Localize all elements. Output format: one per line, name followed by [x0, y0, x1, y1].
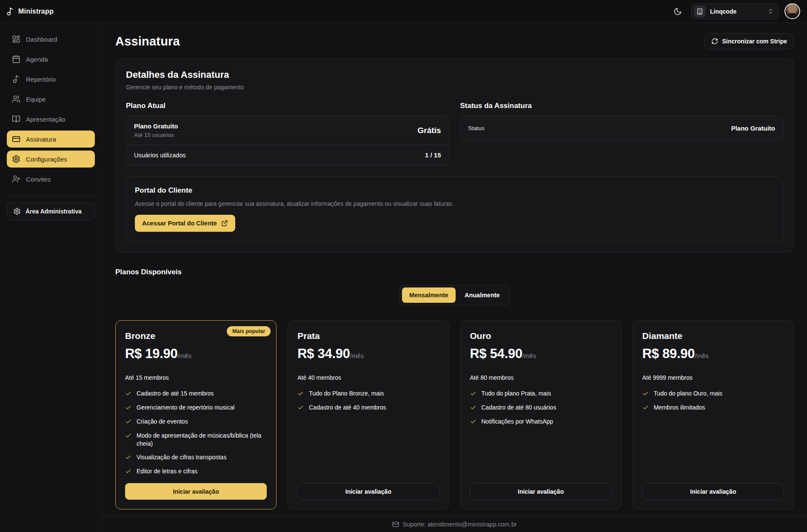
start-trial-button-ouro[interactable]: Iniciar avaliação: [470, 483, 612, 500]
status-label: Status: [468, 125, 485, 131]
available-plans-title: Planos Disponíveis: [115, 268, 794, 276]
feature-item: Tudo do plano Ouro, mais: [642, 390, 784, 398]
check-icon: [125, 454, 131, 461]
plan-price: R$ 34.90: [297, 346, 350, 361]
sidebar: Dashboard Agenda Repertório Equipe Apres…: [0, 23, 102, 532]
sync-stripe-label: Sincronizar com Stripe: [722, 38, 787, 45]
status-box: Status Plano Gratuito: [460, 116, 784, 141]
sidebar-item-convites[interactable]: Convites: [7, 171, 95, 188]
users-icon: [12, 95, 20, 103]
check-icon: [470, 418, 476, 425]
user-plus-icon: [12, 175, 20, 183]
portal-title: Portal do Cliente: [135, 186, 774, 195]
sidebar-item-label: Apresentação: [26, 116, 66, 123]
feature-item: Tudo do Plano Bronze, mais: [297, 390, 439, 398]
sidebar-divider: [5, 195, 97, 196]
check-icon: [125, 390, 131, 397]
check-icon: [125, 468, 131, 475]
sidebar-item-dashboard[interactable]: Dashboard: [7, 31, 95, 48]
plan-name: Prata: [297, 331, 439, 341]
plan-card-bronze: Mais popular Bronze R$ 19.90 /mês Até 15…: [115, 320, 277, 509]
admin-area-label: Área Administrativa: [26, 208, 82, 215]
check-icon: [470, 404, 476, 411]
portal-description: Acesse o portal do cliente para gerencia…: [135, 200, 774, 207]
sidebar-item-label: Convites: [26, 176, 51, 183]
plan-members: Até 9999 membros: [642, 374, 784, 381]
feature-item: Modo de apresentação de músicas/bíblica …: [125, 432, 267, 448]
start-trial-button-diamante[interactable]: Iniciar avaliação: [642, 483, 784, 500]
user-avatar[interactable]: [784, 3, 800, 19]
details-card-title: Detalhes da Assinatura: [126, 69, 783, 80]
feature-item: Cadastro de até 80 usuários: [470, 404, 612, 412]
support-text: Suporte: atendimento@ministrapp.com.br: [402, 521, 517, 528]
plan-price: R$ 89.90: [642, 346, 695, 361]
dashboard-icon: [12, 35, 20, 43]
calendar-icon: [12, 55, 20, 63]
feature-list: Tudo do plano Ouro, mais Membros ilimita…: [642, 390, 784, 475]
start-trial-button-bronze[interactable]: Iniciar avaliação: [125, 483, 267, 500]
chevrons-up-down-icon: [767, 8, 774, 14]
theme-toggle-button[interactable]: [670, 4, 685, 19]
footer: Suporte: atendimento@ministrapp.com.br: [102, 516, 807, 532]
plan-name: Ouro: [470, 331, 612, 341]
subscription-details-card: Detalhes da Assinatura Gerencie seu plan…: [115, 59, 794, 252]
sidebar-item-apresentacao[interactable]: Apresentação: [7, 111, 95, 128]
organization-name: Linqcode: [710, 8, 763, 15]
mail-icon: [392, 521, 399, 528]
sidebar-item-label: Dashboard: [26, 36, 57, 43]
current-plan-price: Grátis: [418, 126, 441, 135]
plan-period: /mês: [350, 352, 364, 359]
topbar: Ministrapp Linqcode: [0, 0, 807, 23]
plan-period: /mês: [522, 352, 536, 359]
access-portal-button[interactable]: Acessar Portal do Cliente: [135, 215, 235, 232]
plan-name: Diamante: [642, 331, 784, 341]
plan-price: R$ 54.90: [470, 346, 522, 361]
gear-icon: [13, 208, 21, 215]
sidebar-item-repertorio[interactable]: Repertório: [7, 71, 95, 88]
popular-badge: Mais popular: [227, 326, 271, 336]
check-icon: [125, 404, 131, 411]
sidebar-item-assinatura[interactable]: Assinatura: [7, 131, 95, 148]
moon-icon: [673, 7, 682, 16]
plan-card-diamante: Diamante R$ 89.90 /mês Até 9999 membros …: [633, 320, 794, 509]
feature-item: Visualização de cifras transpostas: [125, 453, 267, 461]
check-icon: [642, 404, 649, 411]
check-icon: [297, 404, 304, 411]
sidebar-item-agenda[interactable]: Agenda: [7, 51, 95, 68]
toggle-yearly-button[interactable]: Anualmente: [457, 287, 507, 303]
feature-item: Cadastro de até 15 membros: [125, 390, 267, 398]
sidebar-item-label: Configurações: [26, 156, 67, 163]
plan-members: Até 40 membros: [297, 374, 439, 381]
feature-list: Tudo do Plano Bronze, mais Cadastro de a…: [297, 390, 439, 475]
music-note-icon: [12, 75, 20, 83]
feature-item: Membros ilimitados: [642, 404, 784, 412]
feature-item: Gerenciamento de repertório musical: [125, 404, 267, 412]
usage-label: Usuários utilizados: [134, 152, 186, 159]
music-note-icon: [6, 7, 14, 16]
feature-item: Criação de eventos: [125, 418, 267, 426]
sidebar-item-label: Assinatura: [26, 136, 56, 143]
feature-item: Tudo do plano Prata, mais: [470, 390, 612, 398]
current-plan-section: Plano Atual Plano Gratuito Até 15 usuári…: [126, 102, 449, 165]
organization-selector[interactable]: Linqcode: [691, 3, 778, 19]
gear-icon: [12, 155, 20, 163]
start-trial-button-prata[interactable]: Iniciar avaliação: [297, 483, 439, 500]
status-section-title: Status da Assinatura: [460, 102, 784, 110]
feature-item: Cadastro de até 40 membros: [297, 404, 439, 412]
plan-price: R$ 19.90: [125, 346, 177, 361]
feature-item: Notificações por WhatsApp: [470, 418, 612, 426]
app-name: Ministrapp: [18, 8, 54, 15]
sidebar-item-equipe[interactable]: Equipe: [7, 91, 95, 108]
plan-card-ouro: Ouro R$ 54.90 /mês Até 80 membros Tudo d…: [460, 320, 622, 509]
toggle-monthly-button[interactable]: Mensalmente: [402, 287, 456, 303]
status-value: Plano Gratuito: [731, 125, 775, 132]
current-plan-box: Plano Gratuito Até 15 usuários Grátis Us…: [126, 116, 449, 165]
sidebar-item-label: Equipe: [26, 96, 46, 103]
sidebar-item-configuracoes[interactable]: Configurações: [7, 151, 95, 168]
book-open-icon: [12, 115, 20, 123]
details-card-subtitle: Gerencie seu plano e método de pagamento: [126, 84, 783, 91]
refresh-icon: [711, 38, 718, 45]
plan-period: /mês: [177, 352, 191, 359]
sync-stripe-button[interactable]: Sincronizar com Stripe: [704, 33, 794, 49]
admin-area-button[interactable]: Área Administrativa: [7, 202, 95, 220]
